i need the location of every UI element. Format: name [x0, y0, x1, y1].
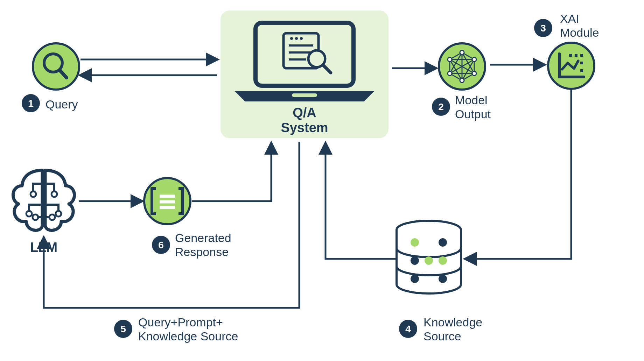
svg-point-33 [472, 57, 476, 62]
node-generated-response: 6 Generated Response [144, 178, 231, 259]
svg-point-61 [49, 214, 55, 220]
model-badge: 2 [438, 101, 444, 112]
svg-point-48 [439, 238, 447, 247]
svg-point-60 [56, 211, 61, 217]
query-label: Query [46, 98, 78, 111]
node-model-output: 2 Model Output [432, 43, 491, 121]
svg-point-50 [425, 256, 433, 265]
svg-point-35 [460, 78, 464, 83]
svg-point-32 [460, 50, 464, 55]
gen-badge: 6 [158, 240, 164, 250]
svg-point-6 [300, 37, 303, 40]
node-query: 1 Query [22, 43, 79, 112]
node-knowledge-source: 4 Knowledge Source [397, 221, 482, 343]
ks-label-line1: Knowledge [424, 316, 482, 329]
edge-gen-to-qa [192, 143, 271, 201]
svg-rect-42 [580, 54, 583, 57]
svg-point-5 [295, 37, 298, 40]
node-xai-module: 3 XAI Module [534, 12, 599, 89]
svg-point-53 [439, 275, 447, 283]
svg-point-36 [448, 71, 452, 76]
svg-point-52 [411, 275, 419, 283]
database-icon [397, 221, 461, 293]
qa-label-line2: System [281, 120, 328, 135]
svg-point-56 [30, 191, 36, 197]
diagram-canvas: Q/A System 1 Query [0, 0, 644, 361]
svg-rect-2 [292, 93, 317, 97]
gen-label-line1: Generated [175, 231, 231, 245]
xai-badge: 3 [540, 23, 546, 34]
model-label-line2: Output [455, 107, 491, 121]
gen-label-line2: Response [175, 245, 229, 259]
node-qa-system: Q/A System [220, 10, 388, 138]
ks-label-line2: Source [424, 330, 461, 343]
qpk-label-line1: Query+Prompt+ [138, 316, 223, 329]
llm-label: LLM [30, 240, 57, 255]
ks-badge: 4 [405, 324, 411, 334]
xai-label-line1: XAI [560, 12, 579, 25]
svg-point-4 [290, 37, 293, 40]
svg-rect-41 [575, 54, 578, 57]
node-llm: LLM [13, 170, 74, 255]
qpk-label-line2: Knowledge Source [138, 330, 238, 343]
xai-label-line2: Module [560, 26, 599, 39]
svg-point-37 [448, 57, 452, 62]
edge-ks-to-qa [326, 143, 396, 259]
svg-rect-43 [580, 62, 583, 64]
qa-label-line1: Q/A [293, 105, 316, 120]
qpk-badge: 5 [120, 324, 126, 334]
svg-point-49 [411, 256, 419, 265]
svg-rect-44 [580, 69, 583, 72]
svg-point-51 [439, 256, 447, 265]
svg-point-57 [26, 211, 32, 217]
svg-rect-40 [569, 54, 572, 57]
svg-point-47 [411, 238, 419, 247]
svg-point-59 [51, 191, 57, 197]
svg-point-12 [33, 43, 79, 90]
brain-circuit-icon [13, 170, 74, 230]
model-label-line1: Model [455, 93, 488, 107]
svg-point-34 [472, 71, 476, 76]
svg-point-58 [33, 214, 38, 220]
query-badge: 1 [28, 98, 34, 109]
node-query-prompt-ks: 5 Query+Prompt+ Knowledge Source [114, 316, 238, 343]
